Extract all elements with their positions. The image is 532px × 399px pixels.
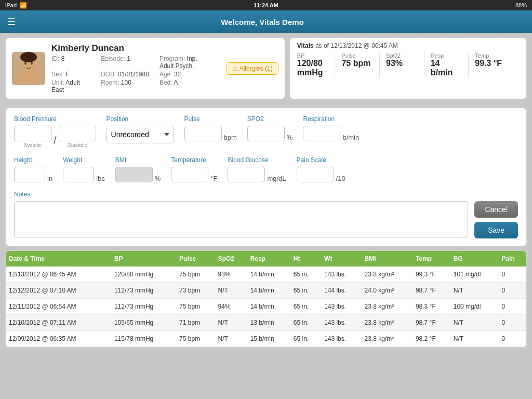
col-wt: Wt — [321, 251, 361, 267]
blood-pressure-group: Blood Pressure Systolic / Diastolic — [14, 115, 96, 148]
hamburger-menu[interactable]: ☰ — [7, 16, 16, 28]
table-cell-4-9: N/T — [450, 331, 499, 347]
notes-label: Notes — [14, 191, 518, 198]
bmi-label: BMI — [115, 156, 161, 164]
vitals-summary-title: Vitals as of 12/13/2012 @ 06:45 AM — [297, 42, 519, 49]
resp-unit: b/min — [342, 134, 359, 141]
table-cell-4-3: N/T — [215, 331, 247, 347]
episode-label: Episode: 1 — [101, 55, 149, 70]
table-cell-0-8: 99.3 °F — [413, 267, 450, 283]
table-cell-2-0: 12/11/2012 @ 06:54 AM — [6, 299, 111, 315]
save-button[interactable]: Save — [474, 222, 518, 238]
vital-pulse: Pulse 75 bpm — [341, 52, 380, 77]
weight-input[interactable] — [63, 167, 94, 182]
bp-inputs: Systolic / Diastolic — [14, 126, 96, 148]
table-cell-1-0: 12/12/2012 @ 07:10 AM — [6, 283, 111, 299]
notes-input[interactable] — [14, 201, 468, 237]
svg-point-4 — [31, 62, 33, 64]
col-pulse: Pulse — [176, 251, 215, 267]
temp-input[interactable] — [171, 167, 208, 182]
table-cell-3-0: 12/10/2012 @ 07:11 AM — [6, 315, 111, 331]
pain-scale-group: Pain Scale /10 — [297, 156, 345, 182]
bmi-group: BMI % — [115, 156, 161, 182]
col-spo2: SpO2 — [215, 251, 247, 267]
height-input[interactable] — [14, 167, 45, 182]
height-label: Height — [14, 156, 52, 164]
table-cell-2-7: 23.8 kg/m² — [361, 299, 412, 315]
bp-label: Blood Pressure — [14, 115, 96, 123]
status-left: iPad 📶 — [5, 2, 27, 9]
position-group: Position Unrecorded Sitting Standing Lyi… — [107, 115, 174, 143]
pulse-group: Pulse bpm — [184, 115, 237, 141]
spo2-group: SPO2 % — [247, 115, 293, 141]
spo2-input[interactable] — [247, 126, 285, 141]
id-label: ID: 8 — [51, 55, 90, 70]
table-cell-0-2: 75 bpm — [176, 267, 215, 283]
app-header: ☰ Welcome, Vitals Demo — [0, 10, 532, 33]
systolic-input[interactable] — [14, 126, 51, 141]
vitals-form: Blood Pressure Systolic / Diastolic Posi… — [5, 108, 527, 246]
bg-label: Blood Glucose — [228, 156, 286, 164]
table-cell-4-6: 143 lbs. — [321, 331, 361, 347]
table-cell-4-0: 12/09/2012 @ 06:35 AM — [6, 331, 111, 347]
allergies-badge[interactable]: ⚠ Allergies (1) — [227, 62, 278, 75]
pain-input[interactable] — [297, 167, 334, 182]
table-cell-2-9: 100 mg/dl — [450, 299, 499, 315]
col-bmi: BMI — [361, 251, 412, 267]
table-body: 12/13/2012 @ 06:45 AM120/80 mmHg75 bpm93… — [6, 267, 526, 347]
temp-label: Temperature — [171, 156, 217, 164]
table-cell-0-5: 65 in. — [290, 267, 321, 283]
bg-input[interactable] — [228, 167, 265, 182]
table-cell-0-6: 143 lbs. — [321, 267, 361, 283]
table-cell-1-9: N/T — [450, 283, 499, 299]
status-right: 88% — [515, 2, 527, 8]
position-select[interactable]: Unrecorded Sitting Standing Lying — [107, 126, 174, 143]
vital-resp: Resp 14 b/min — [431, 52, 469, 77]
blood-glucose-group: Blood Glucose mg/dL — [228, 156, 286, 182]
table-cell-3-1: 105/65 mmHg — [111, 315, 176, 331]
table-cell-1-6: 144 lbs. — [321, 283, 361, 299]
bmi-unit: % — [155, 175, 161, 182]
svg-point-3 — [24, 62, 26, 64]
table-cell-1-2: 73 bpm — [176, 283, 215, 299]
table-cell-2-3: 94% — [215, 299, 247, 315]
pulse-input[interactable] — [184, 126, 222, 141]
table-row: 12/09/2012 @ 06:35 AM115/78 mmHg75 bpmN/… — [6, 331, 526, 347]
temperature-group: Temperature °F — [171, 156, 217, 182]
pulse-unit: bpm — [224, 134, 237, 141]
diastolic-input[interactable] — [59, 126, 96, 141]
room-label: Room: 100 — [101, 79, 149, 94]
col-bp: BP — [111, 251, 176, 267]
table-cell-2-10: 0 — [498, 299, 526, 315]
cancel-button[interactable]: Cancel — [474, 201, 518, 218]
vital-spo2: SpO2 93% — [386, 52, 424, 77]
table-cell-3-10: 0 — [498, 315, 526, 331]
unit-label: Unit: Adult East — [51, 79, 90, 94]
bmi-input[interactable] — [115, 167, 153, 182]
table-cell-2-2: 75 bpm — [176, 299, 215, 315]
patient-info: Kimberly Duncan ID: 8 Episode: 1 Program… — [51, 43, 220, 94]
bed-label: Bed: A — [159, 79, 210, 94]
table-cell-1-8: 98.7 °F — [413, 283, 450, 299]
position-label: Position — [107, 115, 174, 123]
table-row: 12/10/2012 @ 07:11 AM105/65 mmHg71 bpmN/… — [6, 315, 526, 331]
weight-unit: lbs — [96, 175, 105, 182]
form-row-1: Blood Pressure Systolic / Diastolic Posi… — [14, 115, 518, 148]
table-cell-3-9: N/T — [450, 315, 499, 331]
table-row: 12/12/2012 @ 07:10 AM112/73 mmHg73 bpmN/… — [6, 283, 526, 299]
form-row-2: Height in Weight lbs BMI % — [14, 156, 518, 182]
resp-input[interactable] — [303, 126, 340, 141]
status-bar: iPad 📶 11:24 AM 88% — [0, 0, 532, 10]
table-row: 12/11/2012 @ 06:54 AM112/73 mmHg75 bpm94… — [6, 299, 526, 315]
sex-label: Sex: F — [51, 71, 90, 78]
vital-temp: Temp 99.3 °F — [475, 52, 513, 77]
program-label: Program: Inp. Adult Psych. — [159, 55, 210, 70]
weight-group: Weight lbs — [63, 156, 105, 182]
vitals-history-table: Date & Time BP Pulse SpO2 Resp Ht Wt BMI… — [6, 251, 526, 347]
form-buttons: Cancel Save — [474, 201, 518, 238]
bg-unit: mg/dL — [267, 175, 286, 182]
col-datetime: Date & Time — [6, 251, 111, 267]
table-cell-2-6: 143 lbs. — [321, 299, 361, 315]
table-cell-4-4: 15 b/min — [247, 331, 290, 347]
spo2-label: SPO2 — [247, 115, 293, 123]
